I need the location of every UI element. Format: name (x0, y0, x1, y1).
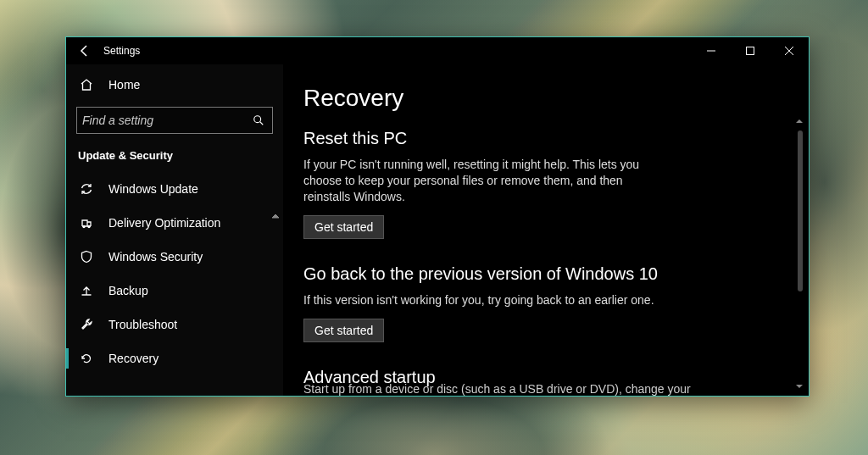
nav-item-windows-update[interactable]: Windows Update (66, 172, 283, 206)
sidebar: Home Update & Security (66, 64, 283, 396)
search-input[interactable] (82, 114, 252, 127)
scrollbar-thumb[interactable] (798, 130, 803, 291)
nav-item-label: Backup (108, 284, 148, 297)
nav-group-label: Update & Security (66, 142, 283, 172)
main-scrollbar[interactable] (793, 115, 805, 392)
nav-item-label: Windows Security (108, 250, 203, 264)
minimize-button[interactable] (692, 37, 731, 64)
back-button[interactable] (73, 37, 97, 64)
reset-get-started-button[interactable]: Get started (303, 215, 384, 239)
home-label: Home (108, 78, 140, 92)
window-controls (692, 37, 809, 64)
window-body: Home Update & Security (66, 64, 809, 396)
home-icon (78, 76, 95, 93)
maximize-button[interactable] (731, 37, 770, 64)
nav-item-delivery-optimization[interactable]: Delivery Optimization (66, 206, 283, 240)
sync-icon (78, 180, 95, 197)
page-title: Recovery (303, 85, 788, 112)
nav-item-label: Delivery Optimization (108, 216, 220, 230)
close-button[interactable] (770, 37, 809, 64)
nav-item-label: Recovery (108, 352, 159, 365)
sidebar-scrollbar[interactable] (270, 210, 281, 396)
home-nav-item[interactable]: Home (66, 66, 283, 103)
recovery-icon (78, 350, 95, 367)
scroll-up-icon[interactable] (270, 210, 281, 222)
window-title: Settings (103, 45, 140, 57)
search-container (66, 103, 283, 142)
nav-item-windows-security[interactable]: Windows Security (66, 240, 283, 274)
backup-icon (78, 282, 95, 299)
shield-icon (78, 248, 95, 265)
desktop-wallpaper: Settings Home (0, 0, 868, 455)
section-heading-goback: Go back to the previous version of Windo… (303, 264, 788, 284)
delivery-icon (78, 214, 95, 231)
wrench-icon (78, 316, 95, 333)
nav-item-backup[interactable]: Backup (66, 274, 283, 308)
section-body-advanced-cutoff: Start up from a device or disc (such as … (303, 382, 775, 396)
svg-rect-0 (747, 47, 754, 55)
nav-item-recovery[interactable]: Recovery (66, 341, 283, 375)
nav-item-troubleshoot[interactable]: Troubleshoot (66, 308, 283, 341)
search-box[interactable] (76, 107, 273, 134)
nav-item-label: Windows Update (108, 182, 198, 196)
section-heading-reset: Reset this PC (303, 129, 788, 148)
titlebar: Settings (66, 37, 809, 64)
section-body-reset: If your PC isn't running well, resetting… (303, 157, 659, 205)
svg-point-1 (254, 116, 261, 123)
scroll-up-icon[interactable] (793, 115, 805, 127)
section-body-goback: If this version isn't working for you, t… (303, 292, 659, 308)
settings-window: Settings Home (65, 36, 810, 397)
main-content: Recovery Reset this PC If your PC isn't … (283, 64, 809, 396)
nav-item-label: Troubleshoot (108, 318, 177, 331)
search-icon (252, 114, 265, 126)
scroll-down-icon[interactable] (793, 380, 805, 392)
nav-list: Windows Update Delivery Optimization Win… (66, 172, 283, 375)
goback-get-started-button[interactable]: Get started (303, 319, 384, 342)
